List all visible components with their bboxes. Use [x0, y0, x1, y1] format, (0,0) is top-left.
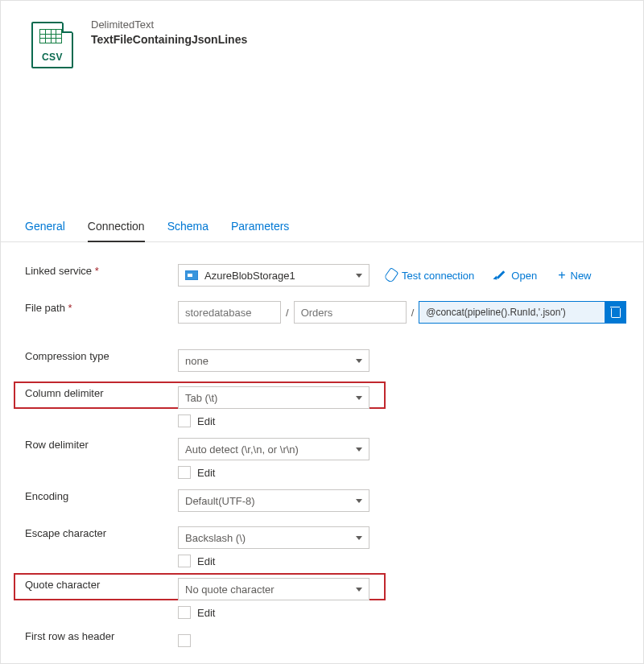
- dataset-header: CSV DelimitedText TextFileContainingJson…: [1, 1, 643, 68]
- path-separator: /: [411, 307, 415, 319]
- open-label: Open: [511, 270, 537, 282]
- chevron-down-icon: [356, 274, 362, 278]
- new-button[interactable]: + New: [558, 270, 591, 282]
- tab-parameters[interactable]: Parameters: [231, 213, 289, 242]
- tab-bar: General Connection Schema Parameters: [1, 213, 643, 242]
- compression-type-value: none: [185, 355, 208, 367]
- quote-character-edit-checkbox[interactable]: [178, 606, 191, 619]
- test-connection-icon: [386, 270, 397, 281]
- dataset-name: TextFileContainingJsonLines: [91, 33, 247, 46]
- edit-label: Edit: [197, 555, 215, 567]
- open-button[interactable]: Open: [495, 270, 537, 282]
- column-delimiter-select[interactable]: Tab (\t): [178, 386, 369, 409]
- dataset-type: DelimitedText: [91, 19, 247, 31]
- row-delimiter-select[interactable]: Auto detect (\r,\n, or \r\n): [178, 438, 369, 460]
- column-delimiter-edit-checkbox[interactable]: [178, 414, 191, 427]
- label-file-path: File path: [25, 299, 178, 314]
- label-linked-service: Linked service: [25, 262, 178, 277]
- label-escape-character: Escape character: [25, 524, 178, 539]
- linked-service-value: AzureBlobStorage1: [204, 270, 295, 282]
- tab-general[interactable]: General: [25, 213, 65, 242]
- path-separator: /: [286, 307, 289, 319]
- trash-icon: [610, 307, 620, 318]
- linked-service-select[interactable]: AzureBlobStorage1: [178, 264, 369, 287]
- test-connection-label: Test connection: [402, 270, 474, 282]
- file-path-container[interactable]: storedatabase: [178, 301, 281, 324]
- row-delimiter-value: Auto detect (\r,\n, or \r\n): [185, 443, 299, 456]
- csv-file-icon: CSV: [31, 22, 73, 68]
- test-connection-button[interactable]: Test connection: [386, 270, 474, 282]
- chevron-down-icon: [356, 588, 362, 592]
- file-path-directory[interactable]: Orders: [294, 301, 407, 324]
- compression-type-select[interactable]: none: [178, 349, 369, 372]
- edit-label: Edit: [197, 415, 215, 427]
- label-encoding: Encoding: [25, 487, 178, 502]
- chevron-down-icon: [356, 536, 362, 540]
- chevron-down-icon: [356, 359, 362, 363]
- label-column-delimiter: Column delimiter: [25, 384, 178, 399]
- plus-icon: +: [558, 270, 565, 281]
- label-first-row-header: First row as header: [25, 627, 178, 642]
- escape-character-edit-checkbox[interactable]: [178, 555, 191, 567]
- file-path-filename[interactable]: @concat(pipeline().RunId,'.json'): [419, 302, 605, 323]
- csv-icon-label: CSV: [33, 52, 72, 63]
- label-quote-character: Quote character: [25, 575, 178, 591]
- chevron-down-icon: [356, 396, 362, 400]
- chevron-down-icon: [356, 499, 362, 503]
- encoding-select[interactable]: Default(UTF-8): [178, 489, 369, 512]
- chevron-down-icon: [356, 447, 362, 452]
- quote-character-value: No quote character: [185, 584, 275, 596]
- tab-schema[interactable]: Schema: [167, 213, 208, 242]
- connection-form: Linked service AzureBlobStorage1 Test co…: [1, 242, 643, 664]
- first-row-header-checkbox[interactable]: [178, 634, 191, 647]
- edit-label: Edit: [197, 467, 215, 479]
- storage-icon: [185, 270, 198, 280]
- new-label: New: [571, 270, 592, 282]
- escape-character-select[interactable]: Backslash (\): [178, 526, 369, 549]
- escape-character-value: Backslash (\): [185, 532, 246, 544]
- encoding-value: Default(UTF-8): [185, 495, 255, 507]
- pencil-icon: [495, 270, 506, 281]
- row-delimiter-edit-checkbox[interactable]: [178, 466, 191, 479]
- tab-connection[interactable]: Connection: [88, 213, 145, 242]
- quote-character-select[interactable]: No quote character: [178, 578, 369, 600]
- label-row-delimiter: Row delimiter: [25, 435, 178, 451]
- column-delimiter-value: Tab (\t): [185, 392, 217, 404]
- label-compression-type: Compression type: [25, 347, 178, 362]
- edit-label: Edit: [197, 607, 215, 619]
- clear-filename-button[interactable]: [605, 302, 625, 323]
